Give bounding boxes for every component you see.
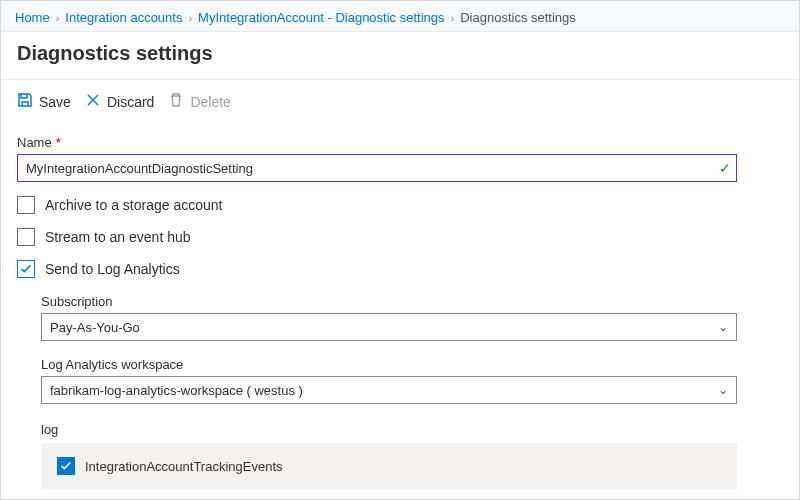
workspace-select[interactable]: fabrikam-log-analytics-workspace ( westu… — [41, 376, 737, 404]
chevron-right-icon: › — [451, 12, 455, 24]
required-asterisk: * — [56, 135, 61, 150]
subscription-label: Subscription — [41, 294, 783, 309]
log-heading: log — [41, 422, 783, 437]
discard-button[interactable]: Discard — [85, 92, 154, 111]
save-button[interactable]: Save — [17, 92, 71, 111]
breadcrumb-current: Diagnostics settings — [460, 10, 576, 25]
log-category-checkbox[interactable] — [57, 457, 75, 475]
subscription-value: Pay-As-You-Go — [50, 320, 140, 335]
delete-button: Delete — [168, 92, 230, 111]
subscription-section: Subscription Pay-As-You-Go ⌄ — [41, 294, 783, 341]
name-input-wrap: ✓ — [17, 154, 737, 182]
check-icon: ✓ — [719, 160, 731, 176]
subscription-select[interactable]: Pay-As-You-Go ⌄ — [41, 313, 737, 341]
page-title: Diagnostics settings — [1, 32, 799, 80]
workspace-label: Log Analytics workspace — [41, 357, 783, 372]
log-category-label: IntegrationAccountTrackingEvents — [85, 459, 283, 474]
breadcrumb: Home › Integration accounts › MyIntegrat… — [1, 1, 799, 32]
log-category-row[interactable]: IntegrationAccountTrackingEvents — [41, 443, 737, 489]
archive-checkbox-row[interactable]: Archive to a storage account — [17, 196, 783, 214]
workspace-value: fabrikam-log-analytics-workspace ( westu… — [50, 383, 303, 398]
form: Name * ✓ Archive to a storage account St… — [1, 123, 799, 499]
discard-label: Discard — [107, 94, 154, 110]
delete-label: Delete — [190, 94, 230, 110]
name-label: Name * — [17, 135, 783, 150]
archive-checkbox[interactable] — [17, 196, 35, 214]
send-log-checkbox[interactable] — [17, 260, 35, 278]
name-input[interactable] — [17, 154, 737, 182]
send-log-label: Send to Log Analytics — [45, 261, 180, 277]
breadcrumb-account-diag[interactable]: MyIntegrationAccount - Diagnostic settin… — [198, 10, 444, 25]
close-icon — [85, 92, 101, 111]
chevron-right-icon: › — [188, 12, 192, 24]
breadcrumb-home[interactable]: Home — [15, 10, 50, 25]
save-icon — [17, 92, 33, 111]
workspace-section: Log Analytics workspace fabrikam-log-ana… — [41, 357, 783, 404]
send-log-checkbox-row[interactable]: Send to Log Analytics — [17, 260, 783, 278]
breadcrumb-integration-accounts[interactable]: Integration accounts — [65, 10, 182, 25]
toolbar: Save Discard Delete — [1, 80, 799, 123]
name-label-text: Name — [17, 135, 52, 150]
chevron-down-icon: ⌄ — [718, 383, 728, 397]
archive-label: Archive to a storage account — [45, 197, 222, 213]
stream-checkbox-row[interactable]: Stream to an event hub — [17, 228, 783, 246]
save-label: Save — [39, 94, 71, 110]
stream-checkbox[interactable] — [17, 228, 35, 246]
chevron-down-icon: ⌄ — [718, 320, 728, 334]
log-section: log IntegrationAccountTrackingEvents — [41, 422, 783, 489]
chevron-right-icon: › — [56, 12, 60, 24]
trash-icon — [168, 92, 184, 111]
stream-label: Stream to an event hub — [45, 229, 191, 245]
